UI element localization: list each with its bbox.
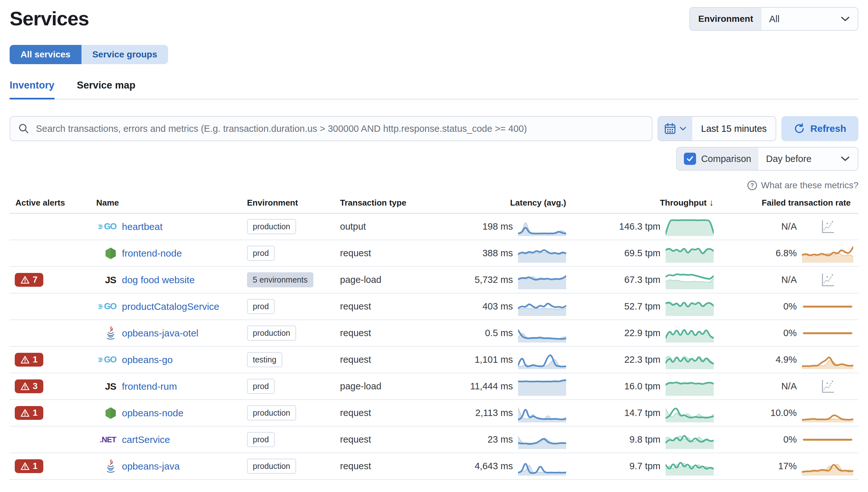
active-alerts-badge[interactable]: 3 (15, 379, 43, 393)
service-name-link[interactable]: dog food website (122, 274, 195, 286)
latency-sparkline (518, 350, 566, 369)
failed-rate-sparkline (802, 297, 853, 316)
service-name-link[interactable]: frontend-node (122, 248, 182, 259)
environment-filter-label: Environment (690, 8, 762, 30)
latency-value: 4,643 ms (475, 461, 513, 471)
service-name-link[interactable]: frontend-rum (122, 381, 177, 392)
refresh-button[interactable]: Refresh (782, 116, 859, 141)
comparison-checkbox[interactable] (684, 153, 696, 165)
comparison-select[interactable]: Day before (758, 148, 858, 170)
comparison-label: Comparison (701, 154, 751, 164)
transaction-type-value: request (340, 408, 433, 418)
service-name-link[interactable]: cartService (122, 434, 170, 445)
failed-rate-sparkline (802, 324, 853, 343)
failed-rate-sparkline (802, 377, 853, 396)
metrics-help-label: What are these metrics? (761, 180, 859, 191)
latency-value: 2,113 ms (475, 408, 513, 418)
services-view-toggle: All services Service groups (9, 45, 168, 64)
table-row: 3 JS frontend-rum prod page-load 11,444 … (9, 373, 859, 400)
latency-sparkline (518, 271, 566, 289)
latency-value: 388 ms (482, 248, 513, 259)
failed-rate-value: 6.8% (776, 248, 797, 259)
active-alerts-badge[interactable]: 1 (15, 406, 43, 420)
chevron-down-icon (840, 16, 850, 22)
column-header-latency[interactable]: Latency (avg.) (433, 198, 566, 208)
nodejs-agent-icon (105, 247, 116, 260)
latency-value: 198 ms (482, 221, 513, 232)
environment-select-value: All (769, 14, 779, 24)
active-alerts-badge[interactable]: 1 (15, 459, 43, 473)
transaction-type-value: page-load (340, 381, 433, 392)
failed-rate-sparkline (802, 404, 853, 422)
comparison-select-value: Day before (766, 154, 812, 164)
warning-triangle-icon (21, 382, 29, 391)
failed-rate-value: 0% (783, 301, 797, 312)
transaction-type-value: request (340, 434, 433, 445)
service-name-link[interactable]: opbeans-go (122, 354, 173, 365)
date-picker-calendar-button[interactable] (658, 117, 692, 141)
active-alerts-badge[interactable]: 7 (15, 273, 43, 287)
failed-rate-sparkline (802, 430, 853, 449)
failed-rate-value: 10.0% (770, 408, 797, 418)
service-name-link[interactable]: heartbeat (122, 221, 163, 232)
failed-rate-value: N/A (782, 274, 797, 285)
service-name-link[interactable]: opbeans-java (122, 461, 180, 472)
failed-rate-sparkline (802, 244, 853, 263)
service-groups-button[interactable]: Service groups (81, 45, 168, 64)
throughput-sparkline (666, 377, 714, 396)
dotnet-agent-icon: .NET (100, 435, 116, 444)
active-alerts-badge[interactable]: 1 (15, 353, 43, 367)
failed-rate-sparkline (802, 350, 853, 369)
inventory-tabs: Inventory Service map (9, 79, 859, 99)
warning-triangle-icon (21, 276, 29, 284)
throughput-value: 22.9 tpm (624, 328, 661, 338)
table-row: opbeans-java-otel production request 0.5… (9, 320, 859, 347)
latency-sparkline (518, 218, 566, 236)
column-header-environment[interactable]: Environment (247, 198, 340, 208)
environment-badge: production (247, 459, 296, 474)
environment-select[interactable]: All (762, 8, 858, 30)
latency-value: 23 ms (488, 434, 513, 445)
tab-inventory[interactable]: Inventory (9, 79, 54, 99)
latency-value: 5,732 ms (475, 274, 513, 285)
search-input[interactable] (36, 123, 644, 134)
tab-service-map[interactable]: Service map (77, 79, 136, 99)
metrics-help-link[interactable]: ? What are these metrics? (9, 180, 859, 191)
throughput-sparkline (666, 297, 714, 316)
failed-rate-value: N/A (782, 381, 797, 392)
latency-sparkline (518, 324, 566, 343)
latency-value: 403 ms (482, 301, 513, 312)
throughput-sparkline (666, 218, 714, 236)
column-header-transaction-type[interactable]: Transaction type (340, 198, 433, 208)
sort-desc-icon: ↓ (709, 198, 714, 207)
throughput-sparkline (666, 271, 714, 289)
all-services-button[interactable]: All services (9, 45, 81, 64)
environment-badge: production (247, 219, 296, 234)
failed-rate-value: 17% (778, 461, 797, 471)
latency-sparkline (518, 244, 566, 263)
column-header-failed-transaction-rate[interactable]: Failed transaction rate (714, 198, 859, 208)
failed-rate-value: 4.9% (776, 354, 797, 365)
throughput-value: 67.3 tpm (624, 274, 661, 285)
column-header-throughput[interactable]: Throughput↓ (566, 198, 714, 208)
time-range-button[interactable]: Last 15 minutes (692, 117, 776, 141)
column-header-name[interactable]: Name (96, 198, 247, 208)
table-row: frontend-node prod request 388 ms 69.5 t… (9, 240, 859, 267)
go-agent-icon: GO (98, 301, 116, 312)
service-name-link[interactable]: opbeans-node (122, 408, 183, 419)
service-name-link[interactable]: opbeans-java-otel (122, 328, 199, 339)
environment-badge: prod (247, 246, 275, 261)
environment-badge: production (247, 405, 296, 420)
table-row: GO productCatalogService prod request 40… (9, 293, 859, 320)
services-table: Active alerts Name Environment Transacti… (9, 198, 859, 480)
service-name-link[interactable]: productCatalogService (122, 301, 219, 312)
latency-sparkline (518, 457, 566, 476)
latency-sparkline (518, 297, 566, 316)
throughput-value: 146.3 tpm (619, 221, 661, 232)
refresh-icon (794, 123, 805, 134)
question-circle-icon: ? (747, 180, 757, 191)
services-table-body: GO heartbeat production output 198 ms 14… (9, 214, 859, 480)
comparison-toggle[interactable]: Comparison (677, 148, 758, 170)
table-row: GO heartbeat production output 198 ms 14… (9, 214, 859, 240)
search-bar[interactable] (9, 116, 652, 141)
